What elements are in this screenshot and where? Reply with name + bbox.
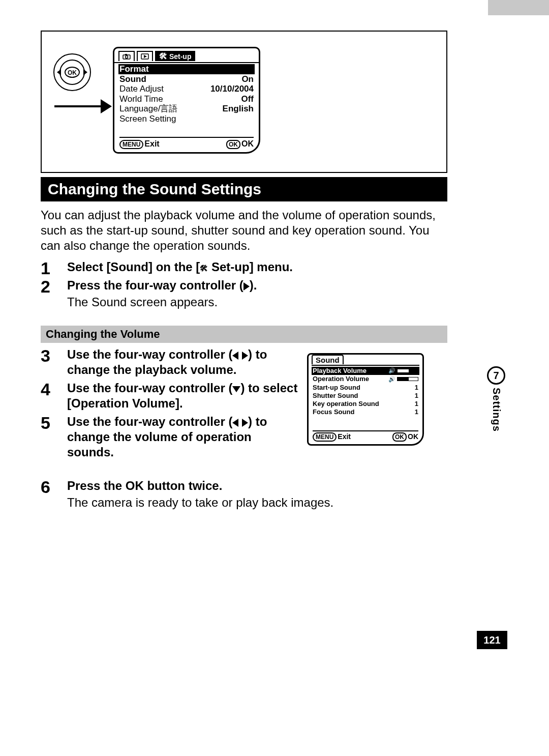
camera-tab-icon [118, 51, 135, 61]
step-1: 1 Select [Sound] on the [🛠 Set-up] menu. [41, 259, 447, 277]
diagram-box: OK 🛠 Set-up Format SoundOn Date Adjust [41, 31, 447, 173]
menu-row-worldtime: World TimeOff [119, 94, 254, 104]
subheading: Changing the Volume [41, 326, 447, 343]
svg-point-7 [126, 56, 128, 59]
sound-row-playback: Playback Volume 🔊 [312, 367, 419, 375]
svg-marker-10 [144, 55, 147, 58]
triangle-left-icon [232, 419, 238, 427]
triangle-down-icon [232, 386, 240, 392]
svg-rect-8 [125, 54, 127, 55]
top-grey-strip [488, 0, 549, 15]
wrench-icon: 🛠 [200, 264, 208, 273]
menu-pill: MENU [313, 432, 337, 442]
section-title: Changing the Sound Settings [41, 177, 447, 201]
step-6: 6 Press the OK button twice. The camera … [41, 478, 447, 510]
sound-row-focus: Focus Sound1 [313, 408, 418, 416]
wrench-icon: 🛠 [159, 52, 167, 61]
ok-pill: OK [392, 432, 407, 442]
menu-row-sound: SoundOn [119, 74, 254, 84]
ok-pill: OK [226, 140, 240, 149]
speaker-icon: 🔊 [388, 376, 395, 383]
sound-row-operation: Operation Volume 🔊 [313, 375, 418, 383]
triangle-right-icon [242, 419, 248, 427]
step-3: 3 Use the four-way controller ( ) to cha… [41, 347, 300, 377]
speaker-icon: 🔊 [388, 367, 395, 374]
arrow-icon [54, 105, 103, 107]
setup-tab-label: Set-up [169, 52, 192, 61]
sound-screen-title: Sound [312, 355, 344, 364]
triangle-right-icon [242, 352, 248, 360]
svg-marker-5 [83, 69, 87, 75]
sound-row-startup: Start-up Sound1 [313, 384, 418, 392]
page-number: 121 [477, 631, 507, 649]
triangle-left-icon [232, 352, 238, 360]
chapter-tab: 7 Settings [485, 366, 507, 468]
sound-row-keyop: Key operation Sound1 [313, 400, 418, 408]
setup-menu-screen: 🛠 Set-up Format SoundOn Date Adjust10/10… [113, 47, 260, 154]
menu-pill: MENU [119, 140, 143, 149]
intro-text: You can adjust the playback volume and t… [41, 208, 447, 253]
setup-tab: 🛠 Set-up [155, 51, 195, 61]
menu-row-language: Language/言語English [119, 104, 254, 114]
play-tab-icon [137, 51, 153, 61]
svg-text:OK: OK [68, 69, 77, 76]
menu-row-screen: Screen Setting [119, 114, 254, 124]
step-5: 5 Use the four-way controller ( ) to cha… [41, 414, 300, 460]
sound-row-shutter: Shutter Sound1 [313, 392, 418, 400]
step-2: 2 Press the four-way controller (). The … [41, 278, 447, 310]
menu-row-format: Format [118, 64, 255, 74]
triangle-right-icon [243, 282, 250, 290]
chapter-label: Settings [491, 388, 502, 432]
svg-marker-4 [57, 69, 61, 75]
four-way-controller-icon: OK [52, 52, 93, 93]
menu-row-date: Date Adjust10/10/2004 [119, 84, 254, 94]
sound-menu-screen: Sound Playback Volume 🔊 Operation Volume… [307, 353, 424, 446]
step-4: 4 Use the four-way controller () to sele… [41, 381, 300, 411]
chapter-number: 7 [487, 366, 505, 385]
